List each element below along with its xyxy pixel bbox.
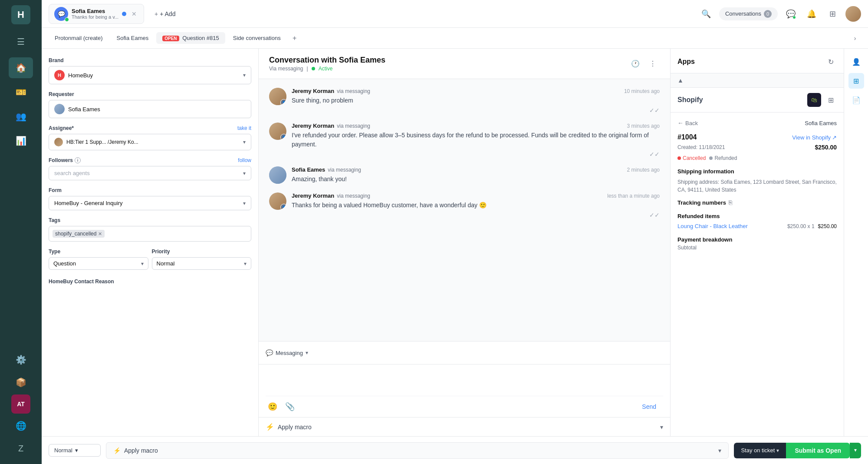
- more-options-button[interactable]: ⋮: [646, 57, 660, 71]
- attachment-button[interactable]: 📎: [283, 400, 297, 414]
- send-button[interactable]: Send: [635, 401, 663, 413]
- message-time: less than a minute ago: [607, 193, 660, 199]
- assignee-select[interactable]: HB:Tier 1 Supp... /Jeremy Ko... ▾: [49, 134, 251, 150]
- chevron-right-icon: ›: [854, 35, 856, 42]
- sender-name: Jeremy Korman: [292, 88, 334, 94]
- subtab-sofia[interactable]: Sofia Eames: [111, 32, 155, 44]
- apps-view-button[interactable]: ⊞: [848, 73, 864, 89]
- view-shopify-link[interactable]: View in Shopify ↗: [792, 134, 837, 141]
- sidebar-item-globe[interactable]: 🌐: [9, 415, 33, 436]
- zendesk-icon: Z: [18, 444, 23, 454]
- subtab-side-conversations[interactable]: Side conversations: [227, 32, 287, 44]
- user-avatar[interactable]: [845, 6, 861, 22]
- add-tab-button[interactable]: + + Add: [149, 8, 181, 20]
- subtabs-bar: Protonmail (create) Sofia Eames OPEN Que…: [42, 28, 868, 49]
- priority-chevron-icon: ▾: [244, 261, 247, 267]
- priority-bottom-select[interactable]: Normal ▾: [49, 444, 101, 457]
- refunded-items-title: Refunded items: [677, 213, 837, 219]
- message-text: I've refunded your order. Please allow 3…: [292, 131, 660, 149]
- followers-info-button[interactable]: i: [75, 157, 81, 163]
- message-time: 3 minutes ago: [627, 123, 660, 129]
- refresh-icon: ↻: [828, 58, 834, 66]
- refunded-label: Refunded: [714, 155, 737, 161]
- subtab-protonmail[interactable]: Protonmail (create): [49, 32, 109, 44]
- assignee-value: HB:Tier 1 Supp... /Jeremy Ko...: [66, 139, 240, 145]
- grid-apps-button[interactable]: ⊞: [825, 6, 840, 22]
- tracking-label: Tracking numbers: [677, 199, 726, 206]
- hamburger-button[interactable]: ☰: [9, 31, 33, 52]
- macro-icon: ⚡: [266, 423, 274, 431]
- back-button[interactable]: ← Back: [677, 119, 698, 126]
- sidebar-at-badge[interactable]: AT: [11, 394, 30, 414]
- sidebar-item-tickets[interactable]: 🎫: [9, 82, 33, 103]
- submit-as-open-button[interactable]: Submit as Open: [786, 443, 850, 458]
- assignee-label: Assignee*: [49, 125, 74, 131]
- active-dot: [312, 67, 315, 70]
- add-subtab-button[interactable]: +: [289, 32, 301, 44]
- refunded-item-link[interactable]: Loung Chair - Black Leather: [677, 223, 784, 229]
- reply-actions: 🙂 📎 Send: [266, 396, 663, 417]
- ticket-details-panel: Brand H HomeBuy ▾ Requester Sofia Eames …: [42, 49, 259, 436]
- reports-icon: 📊: [16, 136, 26, 146]
- created-date: Created: 11/18/2021: [677, 144, 725, 150]
- subtab-expand-button[interactable]: ›: [849, 32, 861, 44]
- emoji-button[interactable]: 🙂: [266, 400, 279, 414]
- bot-indicator: 👤: [280, 99, 286, 105]
- take-it-link[interactable]: take it: [237, 125, 251, 131]
- requester-field[interactable]: Sofia Eames: [49, 100, 251, 118]
- shopify-grid-button[interactable]: ⊞: [825, 94, 837, 106]
- followers-label: Followers: [49, 157, 73, 163]
- form-chevron-icon: ▾: [243, 200, 246, 206]
- document-button[interactable]: 📄: [848, 92, 864, 108]
- message-text: Amazing, thank you!: [292, 175, 660, 184]
- history-button[interactable]: 🕐: [628, 57, 642, 71]
- copy-tracking-button[interactable]: ⎘: [729, 199, 732, 206]
- logo[interactable]: H: [11, 5, 30, 24]
- tracking-row: Tracking numbers ⎘: [677, 199, 837, 206]
- submit-dropdown-button[interactable]: ▾: [850, 443, 861, 458]
- status-button[interactable]: 💬: [783, 6, 799, 22]
- tag-remove-button[interactable]: ✕: [98, 231, 102, 237]
- messaging-toggle[interactable]: 💬 Messaging ▾: [266, 347, 663, 359]
- brand-select[interactable]: H HomeBuy ▾: [49, 66, 251, 84]
- type-select[interactable]: Question ▾: [49, 257, 148, 270]
- bot-indicator: 👤: [280, 134, 286, 140]
- notifications-button[interactable]: 🔔: [804, 6, 819, 22]
- sidebar-item-zendesk[interactable]: Z: [9, 438, 33, 459]
- apps-header: Apps ↻: [671, 49, 844, 73]
- tags-container[interactable]: shopify_cancelled ✕: [49, 226, 251, 242]
- conversations-button[interactable]: Conversations 0: [719, 7, 778, 20]
- macro-chevron-icon: ▾: [660, 424, 663, 431]
- sidebar-item-reports[interactable]: 📊: [9, 130, 33, 151]
- user-icon: 👤: [852, 58, 861, 66]
- follow-link[interactable]: follow: [238, 157, 251, 163]
- stay-on-ticket-button[interactable]: Stay on ticket ▾: [734, 443, 786, 458]
- priority-select[interactable]: Normal ▾: [152, 257, 252, 270]
- settings-icon: ⚙️: [16, 355, 26, 365]
- grid-icon: ⊞: [828, 96, 834, 104]
- search-agents-select[interactable]: search agents ▾: [49, 166, 251, 180]
- apply-macro-button[interactable]: ⚡ Apply macro ▾: [106, 442, 729, 459]
- refunded-dot: [709, 156, 713, 160]
- sidebar-item-home[interactable]: 🏠: [9, 57, 33, 78]
- sidebar-item-settings[interactable]: ⚙️: [9, 349, 33, 370]
- reply-input[interactable]: [266, 370, 663, 396]
- refresh-button[interactable]: ↻: [825, 56, 837, 68]
- shopify-collapse-header[interactable]: ▲: [671, 73, 844, 88]
- topbar-active-tab[interactable]: 💬 Sofia Eames Thanks for being a v... ✕: [49, 4, 144, 24]
- refunded-item-price: $250.00 x 1: [787, 223, 815, 229]
- sidebar-item-contacts[interactable]: 👥: [9, 106, 33, 127]
- hb-contact-label: HomeBuy Contact Reason: [49, 278, 251, 285]
- search-button[interactable]: 🔍: [698, 6, 714, 22]
- user-profile-button[interactable]: 👤: [848, 54, 864, 70]
- form-select[interactable]: HomeBuy - General Inquiry ▾: [49, 196, 251, 210]
- grid-icon: ⊞: [829, 9, 836, 19]
- refunded-item-total: $250.00: [818, 223, 837, 229]
- close-tab-button[interactable]: ✕: [130, 10, 138, 18]
- message-header: Jeremy Korman via messaging 10 minutes a…: [292, 88, 660, 94]
- unread-dot: [122, 12, 126, 16]
- subtab-question[interactable]: OPEN Question #815: [156, 32, 225, 44]
- apply-macro-bar[interactable]: ⚡ Apply macro ▾: [259, 417, 670, 436]
- far-right-panel: 👤 ⊞ 📄: [844, 49, 868, 436]
- sidebar-item-apps[interactable]: 📦: [9, 372, 33, 393]
